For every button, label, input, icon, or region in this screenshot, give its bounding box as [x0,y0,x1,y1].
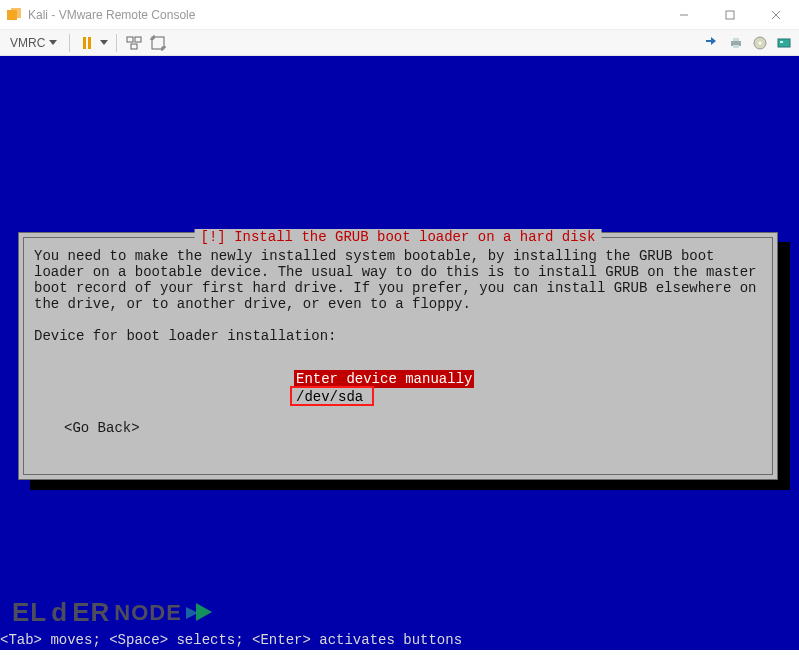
vmrc-label: VMRC [10,36,45,50]
vm-console[interactable]: [!] Install the GRUB boot loader on a ha… [0,56,799,650]
window-titlebar: Kali - VMware Remote Console [0,0,799,30]
connect-arrows-icon[interactable] [703,34,721,52]
dialog-body-text: You need to make the newly installed sys… [34,248,765,312]
watermark-text: NODE [114,600,182,626]
watermark-logo-icon [186,601,216,625]
option-enter-manually[interactable]: Enter device manually [294,370,474,388]
separator [116,34,117,52]
dialog-title: [!] Install the GRUB boot loader on a ha… [195,229,602,245]
help-line: <Tab> moves; <Space> selects; <Enter> ac… [0,632,462,648]
pause-button[interactable] [78,34,96,52]
pause-icon [83,37,91,49]
fullscreen-icon [150,35,166,51]
close-button[interactable] [753,0,799,30]
maximize-button[interactable] [707,0,753,30]
watermark-text: d [51,597,68,628]
minimize-button[interactable] [661,0,707,30]
send-cad-icon [126,35,142,51]
svg-rect-19 [778,39,790,47]
toolbar: VMRC [0,30,799,56]
svg-rect-7 [135,37,141,42]
vmware-icon [6,7,22,23]
svg-rect-20 [780,41,783,43]
cdrom-icon[interactable] [751,34,769,52]
svg-rect-15 [733,38,739,41]
watermark-text: EL [12,597,47,628]
watermark-text: ER [72,597,110,628]
chevron-down-icon [49,40,57,45]
send-cad-button[interactable] [125,34,143,52]
svg-rect-3 [726,11,734,19]
device-options: Enter device manually /dev/sda [294,370,474,406]
window-title: Kali - VMware Remote Console [28,8,195,22]
separator [69,34,70,52]
printer-icon[interactable] [727,34,745,52]
chevron-down-icon[interactable] [100,40,108,45]
watermark: ELdERNODE [12,597,216,628]
svg-rect-16 [733,45,739,48]
svg-rect-1 [11,8,21,18]
dialog-body: You need to make the newly installed sys… [34,248,762,344]
svg-point-18 [759,41,762,44]
installer-dialog: [!] Install the GRUB boot loader on a ha… [18,232,778,480]
network-adapter-icon[interactable] [775,34,793,52]
go-back-button[interactable]: <Go Back> [64,420,140,436]
svg-rect-8 [131,44,137,49]
svg-rect-6 [127,37,133,42]
fullscreen-button[interactable] [149,34,167,52]
dialog-prompt: Device for boot loader installation: [34,328,336,344]
vmrc-menu[interactable]: VMRC [6,34,61,52]
option-dev-sda[interactable]: /dev/sda [294,388,474,406]
